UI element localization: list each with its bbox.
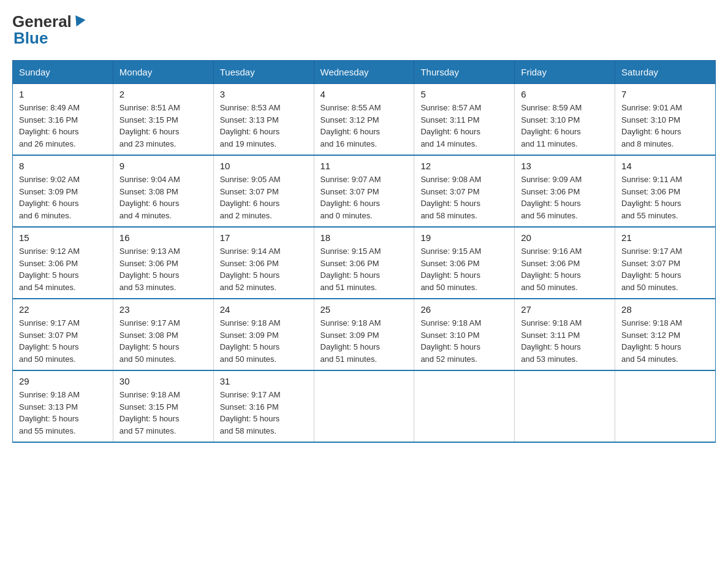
day-info: Sunrise: 9:17 AM Sunset: 3:16 PM Dayligh…: [220, 389, 308, 437]
day-info: Sunrise: 9:18 AM Sunset: 3:15 PM Dayligh…: [119, 389, 207, 437]
day-number: 19: [420, 232, 508, 243]
day-info: Sunrise: 8:49 AM Sunset: 3:16 PM Dayligh…: [19, 102, 107, 150]
day-info: Sunrise: 9:18 AM Sunset: 3:11 PM Dayligh…: [521, 317, 609, 365]
column-header-tuesday: Tuesday: [213, 61, 314, 84]
day-info: Sunrise: 9:07 AM Sunset: 3:07 PM Dayligh…: [320, 174, 408, 221]
logo-triangle-icon: [71, 15, 85, 28]
day-info: Sunrise: 9:13 AM Sunset: 3:06 PM Dayligh…: [119, 245, 207, 293]
day-info: Sunrise: 9:15 AM Sunset: 3:06 PM Dayligh…: [420, 245, 508, 293]
calendar-cell: [515, 370, 615, 442]
calendar-cell: 4Sunrise: 8:55 AM Sunset: 3:12 PM Daylig…: [314, 84, 414, 156]
page-header: General Blue: [12, 12, 716, 48]
calendar-cell: 28Sunrise: 9:18 AM Sunset: 3:12 PM Dayli…: [615, 299, 716, 370]
calendar-cell: 19Sunrise: 9:15 AM Sunset: 3:06 PM Dayli…: [414, 227, 515, 299]
calendar-week-row: 15Sunrise: 9:12 AM Sunset: 3:06 PM Dayli…: [13, 227, 716, 299]
day-info: Sunrise: 8:59 AM Sunset: 3:10 PM Dayligh…: [521, 102, 609, 150]
calendar-cell: 30Sunrise: 9:18 AM Sunset: 3:15 PM Dayli…: [113, 370, 213, 442]
day-info: Sunrise: 9:08 AM Sunset: 3:07 PM Dayligh…: [420, 174, 508, 221]
day-info: Sunrise: 9:17 AM Sunset: 3:07 PM Dayligh…: [621, 245, 709, 293]
calendar-cell: 14Sunrise: 9:11 AM Sunset: 3:06 PM Dayli…: [615, 155, 716, 227]
calendar-cell: 3Sunrise: 8:53 AM Sunset: 3:13 PM Daylig…: [213, 84, 314, 156]
day-number: 9: [119, 161, 207, 171]
day-info: Sunrise: 9:17 AM Sunset: 3:08 PM Dayligh…: [119, 317, 207, 365]
calendar-cell: 2Sunrise: 8:51 AM Sunset: 3:15 PM Daylig…: [113, 84, 213, 156]
day-number: 8: [19, 161, 107, 171]
day-number: 27: [521, 304, 609, 315]
day-number: 4: [320, 89, 408, 99]
calendar-cell: 16Sunrise: 9:13 AM Sunset: 3:06 PM Dayli…: [113, 227, 213, 299]
day-number: 17: [220, 232, 308, 243]
day-info: Sunrise: 9:14 AM Sunset: 3:06 PM Dayligh…: [220, 245, 308, 293]
calendar-cell: 8Sunrise: 9:02 AM Sunset: 3:09 PM Daylig…: [13, 155, 113, 227]
day-number: 13: [521, 161, 609, 171]
logo: General Blue: [12, 12, 85, 48]
calendar-cell: 7Sunrise: 9:01 AM Sunset: 3:10 PM Daylig…: [615, 84, 716, 156]
calendar-cell: 26Sunrise: 9:18 AM Sunset: 3:10 PM Dayli…: [414, 299, 515, 370]
calendar-cell: 15Sunrise: 9:12 AM Sunset: 3:06 PM Dayli…: [13, 227, 113, 299]
day-info: Sunrise: 8:55 AM Sunset: 3:12 PM Dayligh…: [320, 102, 408, 150]
day-info: Sunrise: 9:12 AM Sunset: 3:06 PM Dayligh…: [19, 245, 107, 293]
day-number: 1: [19, 89, 107, 99]
day-number: 3: [220, 89, 308, 99]
calendar-header-row: SundayMondayTuesdayWednesdayThursdayFrid…: [13, 61, 716, 84]
calendar-table: SundayMondayTuesdayWednesdayThursdayFrid…: [12, 60, 716, 443]
calendar-cell: 10Sunrise: 9:05 AM Sunset: 3:07 PM Dayli…: [213, 155, 314, 227]
day-info: Sunrise: 9:16 AM Sunset: 3:06 PM Dayligh…: [521, 245, 609, 293]
day-number: 24: [220, 304, 308, 315]
calendar-cell: 13Sunrise: 9:09 AM Sunset: 3:06 PM Dayli…: [515, 155, 615, 227]
day-number: 11: [320, 161, 408, 171]
day-info: Sunrise: 8:53 AM Sunset: 3:13 PM Dayligh…: [220, 102, 308, 150]
calendar-cell: 25Sunrise: 9:18 AM Sunset: 3:09 PM Dayli…: [314, 299, 414, 370]
day-number: 18: [320, 232, 408, 243]
day-info: Sunrise: 9:18 AM Sunset: 3:09 PM Dayligh…: [220, 317, 308, 365]
day-number: 29: [19, 376, 107, 386]
calendar-week-row: 29Sunrise: 9:18 AM Sunset: 3:13 PM Dayli…: [13, 370, 716, 442]
day-info: Sunrise: 9:05 AM Sunset: 3:07 PM Dayligh…: [220, 174, 308, 221]
day-info: Sunrise: 9:02 AM Sunset: 3:09 PM Dayligh…: [19, 174, 107, 221]
day-number: 22: [19, 304, 107, 315]
day-number: 2: [119, 89, 207, 99]
day-number: 28: [621, 304, 709, 315]
calendar-cell: [314, 370, 414, 442]
day-info: Sunrise: 9:04 AM Sunset: 3:08 PM Dayligh…: [119, 174, 207, 221]
day-number: 15: [19, 232, 107, 243]
calendar-cell: [414, 370, 515, 442]
day-info: Sunrise: 9:18 AM Sunset: 3:10 PM Dayligh…: [420, 317, 508, 365]
calendar-cell: 5Sunrise: 8:57 AM Sunset: 3:11 PM Daylig…: [414, 84, 515, 156]
day-number: 31: [220, 376, 308, 386]
column-header-saturday: Saturday: [615, 61, 716, 84]
calendar-cell: 1Sunrise: 8:49 AM Sunset: 3:16 PM Daylig…: [13, 84, 113, 156]
calendar-cell: 27Sunrise: 9:18 AM Sunset: 3:11 PM Dayli…: [515, 299, 615, 370]
day-number: 7: [621, 89, 709, 99]
calendar-cell: 24Sunrise: 9:18 AM Sunset: 3:09 PM Dayli…: [213, 299, 314, 370]
calendar-cell: 12Sunrise: 9:08 AM Sunset: 3:07 PM Dayli…: [414, 155, 515, 227]
day-info: Sunrise: 9:11 AM Sunset: 3:06 PM Dayligh…: [621, 174, 709, 221]
day-number: 12: [420, 161, 508, 171]
day-number: 23: [119, 304, 207, 315]
calendar-cell: 6Sunrise: 8:59 AM Sunset: 3:10 PM Daylig…: [515, 84, 615, 156]
column-header-monday: Monday: [113, 61, 213, 84]
calendar-cell: 29Sunrise: 9:18 AM Sunset: 3:13 PM Dayli…: [13, 370, 113, 442]
day-number: 10: [220, 161, 308, 171]
calendar-cell: 23Sunrise: 9:17 AM Sunset: 3:08 PM Dayli…: [113, 299, 213, 370]
day-number: 30: [119, 376, 207, 386]
day-number: 20: [521, 232, 609, 243]
calendar-week-row: 1Sunrise: 8:49 AM Sunset: 3:16 PM Daylig…: [13, 84, 716, 156]
day-info: Sunrise: 8:57 AM Sunset: 3:11 PM Dayligh…: [420, 102, 508, 150]
day-number: 25: [320, 304, 408, 315]
calendar-cell: 31Sunrise: 9:17 AM Sunset: 3:16 PM Dayli…: [213, 370, 314, 442]
calendar-cell: 17Sunrise: 9:14 AM Sunset: 3:06 PM Dayli…: [213, 227, 314, 299]
calendar-cell: 11Sunrise: 9:07 AM Sunset: 3:07 PM Dayli…: [314, 155, 414, 227]
day-info: Sunrise: 9:17 AM Sunset: 3:07 PM Dayligh…: [19, 317, 107, 365]
day-info: Sunrise: 9:15 AM Sunset: 3:06 PM Dayligh…: [320, 245, 408, 293]
day-info: Sunrise: 9:18 AM Sunset: 3:09 PM Dayligh…: [320, 317, 408, 365]
column-header-friday: Friday: [515, 61, 615, 84]
column-header-sunday: Sunday: [13, 61, 113, 84]
day-info: Sunrise: 8:51 AM Sunset: 3:15 PM Dayligh…: [119, 102, 207, 150]
day-info: Sunrise: 9:18 AM Sunset: 3:12 PM Dayligh…: [621, 317, 709, 365]
day-number: 26: [420, 304, 508, 315]
calendar-cell: 21Sunrise: 9:17 AM Sunset: 3:07 PM Dayli…: [615, 227, 716, 299]
calendar-week-row: 22Sunrise: 9:17 AM Sunset: 3:07 PM Dayli…: [13, 299, 716, 370]
day-number: 16: [119, 232, 207, 243]
day-number: 14: [621, 161, 709, 171]
